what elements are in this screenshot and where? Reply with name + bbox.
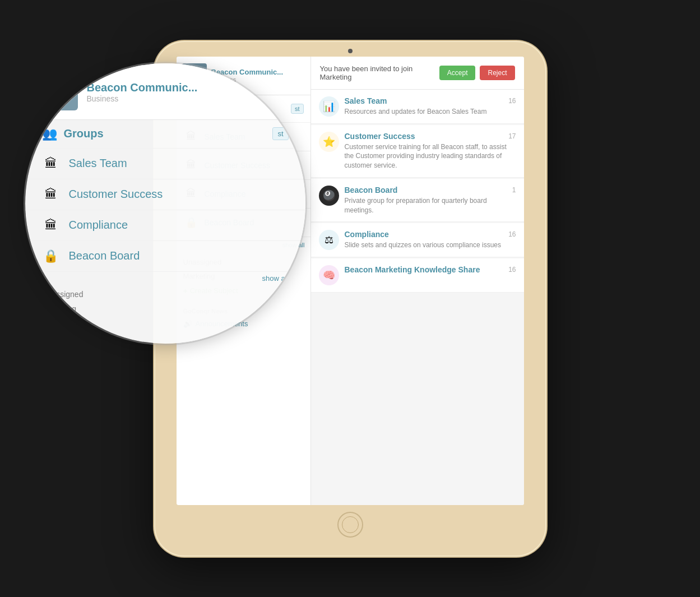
main-content: You have been invited to join Marketing … [311,57,524,505]
mag-compliance-icon: 🏛 [42,218,60,233]
mag-groups-label: 👥 Groups [42,127,104,141]
mag-beacon-board-icon: 🔒 [42,249,60,263]
mag-brand-name: Beacon Communic... [87,81,198,94]
mag-nav-customer-success[interactable]: 🏛 Customer Success [25,179,305,210]
mag-nav-label: Customer Success [69,188,163,201]
mag-groups-text: Groups [64,127,104,140]
sales-team-group-icon: 📊 [319,96,339,117]
mag-nav-label: Beacon Board [69,249,140,262]
mag-logo: 🏛 [42,75,78,110]
ipad-camera [348,49,353,53]
group-name: Beacon Board [345,186,398,195]
group-info: Beacon Marketing Knowledge Share 16 [345,265,516,274]
mag-nav-sales-team[interactable]: 🏛 Sales Team [25,149,305,179]
group-info: Sales Team 16 Resources and updates for … [345,96,516,117]
group-count: 16 [508,266,516,274]
magnify-inner: 🏛 Beacon Communic... Business 👥 Groups s… [25,63,305,344]
mag-nav-label: Compliance [69,219,128,232]
group-name: Compliance [345,230,389,239]
groups-list: 📊 Sales Team 16 Resources and updates fo… [311,90,524,505]
mag-subject-marketing: Marketing [42,303,289,315]
mag-groups-header: 👥 Groups st [25,120,305,149]
invite-actions: Accept Reject [439,66,515,80]
invite-text: You have been invited to join Marketing [320,64,439,81]
group-desc: Resources and updates for Beacon Sales T… [345,107,516,117]
magnify-overlay: 🏛 Beacon Communic... Business 👥 Groups s… [25,63,305,344]
reject-button[interactable]: Reject [480,66,514,80]
group-name: Customer Success [345,132,415,141]
customer-success-group-icon: ⭐ [319,132,339,152]
ipad-home-button[interactable] [337,512,363,538]
group-count: 17 [508,132,516,140]
invite-banner: You have been invited to join Marketing … [311,57,524,90]
group-desc: Slide sets and quizzes on various compli… [345,240,516,250]
mag-subject-unassigned: Unassigned [42,288,289,300]
groups-show-btn[interactable]: st [291,104,304,114]
group-item-beacon-board[interactable]: 🎱 Beacon Board 1 Private group for prepa… [311,179,524,223]
mag-show-all[interactable]: show all [25,272,305,285]
beacon-marketing-group-icon: 🧠 [319,265,339,285]
group-info: Customer Success 17 Customer service tra… [345,132,516,170]
group-count: 16 [508,230,516,238]
mag-customer-success-icon: 🏛 [42,187,60,202]
mag-nav-beacon-board[interactable]: 🔒 Beacon Board [25,241,305,272]
group-item-compliance[interactable]: ⚖ Compliance 16 Slide sets and quizzes o… [311,223,524,257]
group-count: 1 [512,186,516,194]
group-item-customer-success[interactable]: ⭐ Customer Success 17 Customer service t… [311,125,524,178]
group-info: Compliance 16 Slide sets and quizzes on … [345,230,516,250]
group-item-beacon-marketing[interactable]: 🧠 Beacon Marketing Knowledge Share 16 [311,258,524,293]
group-desc: Customer service training for all Beacon… [345,142,516,170]
ipad-frame: 🏛 Beacon Communic... Business 👥 Groups [154,41,546,557]
mag-brand-type: Business [87,94,198,103]
mag-groups-icon: 👥 [42,127,57,141]
group-info: Beacon Board 1 Private group for prepara… [345,186,516,215]
group-name: Beacon Marketing Knowledge Share [345,265,480,274]
group-item-sales-team[interactable]: 📊 Sales Team 16 Resources and updates fo… [311,90,524,124]
accept-button[interactable]: Accept [439,66,476,80]
mag-nav-compliance[interactable]: 🏛 Compliance [25,210,305,241]
beacon-board-group-icon: 🎱 [319,186,339,206]
group-name: Sales Team [345,96,387,105]
mag-brand: Beacon Communic... Business [87,81,198,103]
group-desc: Private group for preparation for quarte… [345,196,516,215]
group-count: 16 [508,97,516,105]
scene: 🏛 Beacon Communic... Business 👥 Groups [0,0,700,597]
mag-sales-team-icon: 🏛 [42,156,60,171]
mag-nav-label: Sales Team [69,157,127,170]
compliance-group-icon: ⚖ [319,230,339,250]
